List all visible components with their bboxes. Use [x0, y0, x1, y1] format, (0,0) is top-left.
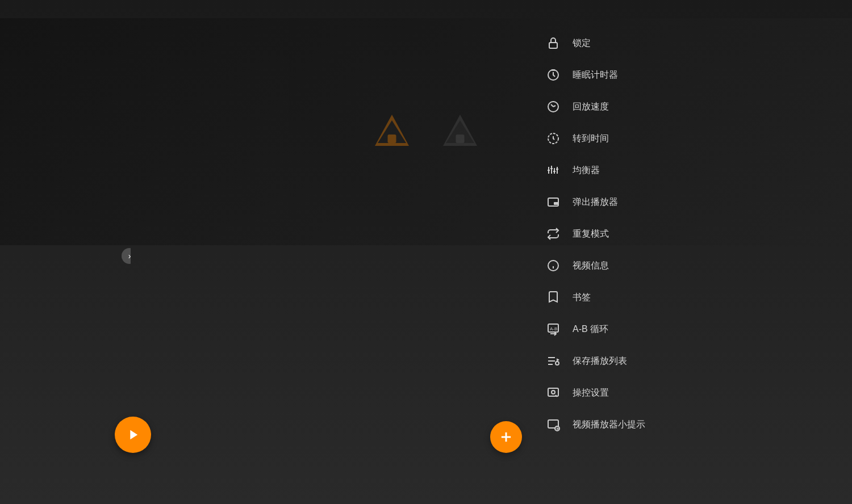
menu-tips[interactable]: ✦ 视频播放器小提示	[532, 409, 852, 440]
menu-info-label: 视频信息	[573, 260, 609, 272]
svg-text:✦: ✦	[556, 427, 559, 431]
menu-repeat-label: 重复模式	[573, 228, 609, 240]
menu-jump-time[interactable]: 转到时间	[532, 123, 852, 154]
menu-playback-speed[interactable]: 回放速度	[532, 91, 852, 123]
menu-equalizer[interactable]: 均衡器	[532, 154, 852, 186]
bookmark-icon	[545, 289, 561, 305]
popup-player-icon	[545, 194, 561, 210]
svg-point-41	[548, 261, 558, 271]
menu-save-playlist[interactable]: 保存播放列表	[532, 345, 852, 377]
svg-point-51	[552, 390, 555, 394]
repeat-icon	[545, 226, 561, 242]
menu-control-label: 操控设置	[573, 387, 609, 399]
menu-control-settings[interactable]: 操控设置	[532, 377, 852, 409]
svg-point-49	[556, 362, 559, 365]
add-button[interactable]	[490, 421, 522, 453]
tips-icon: ✦	[545, 417, 561, 432]
lock-icon	[545, 35, 561, 51]
control-settings-icon	[545, 385, 561, 401]
menu-bookmark-label: 书签	[573, 292, 591, 304]
equalizer-icon	[545, 162, 561, 178]
menu-lock[interactable]: 锁定	[532, 27, 852, 59]
svg-marker-4	[130, 430, 137, 439]
menu-sleep-timer[interactable]: 睡眠计时器	[532, 59, 852, 91]
add-icon	[498, 429, 514, 445]
menu-ab-loop[interactable]: A-B A-B 循环	[532, 313, 852, 345]
menu-popup-player[interactable]: 弹出播放器	[532, 186, 852, 218]
jump-time-icon	[545, 131, 561, 146]
menu-panel: 锁定 睡眠计时器 回放速度 转到时间 均	[532, 18, 852, 450]
menu-bookmark[interactable]: 书签	[532, 282, 852, 313]
menu-ab-label: A-B 循环	[573, 324, 608, 335]
menu-tips-label: 视频播放器小提示	[573, 419, 645, 431]
menu-jump-label: 转到时间	[573, 133, 609, 145]
sleep-timer-icon	[545, 67, 561, 83]
play-icon	[125, 427, 141, 443]
menu-repeat[interactable]: 重复模式	[532, 218, 852, 250]
svg-rect-50	[548, 388, 558, 396]
vlc-preview	[369, 109, 483, 154]
menu-sleep-label: 睡眠计时器	[573, 69, 618, 81]
svg-text:A-B: A-B	[550, 326, 557, 331]
play-button[interactable]	[115, 417, 151, 453]
save-playlist-icon	[545, 353, 561, 369]
playback-speed-icon	[545, 99, 561, 115]
menu-video-info[interactable]: 视频信息	[532, 250, 852, 282]
menu-popup-label: 弹出播放器	[573, 196, 618, 208]
ab-loop-icon: A-B	[545, 321, 561, 337]
menu-eq-label: 均衡器	[573, 165, 600, 177]
menu-speed-label: 回放速度	[573, 101, 609, 113]
svg-rect-27	[549, 43, 557, 48]
menu-lock-label: 锁定	[573, 37, 591, 49]
menu-save-playlist-label: 保存播放列表	[573, 355, 627, 367]
info-icon	[545, 258, 561, 274]
right-panel: 锁定 睡眠计时器 回放速度 转到时间 均	[532, 0, 852, 504]
svg-rect-40	[554, 202, 558, 205]
svg-rect-26	[456, 135, 465, 143]
svg-rect-23	[388, 135, 396, 143]
